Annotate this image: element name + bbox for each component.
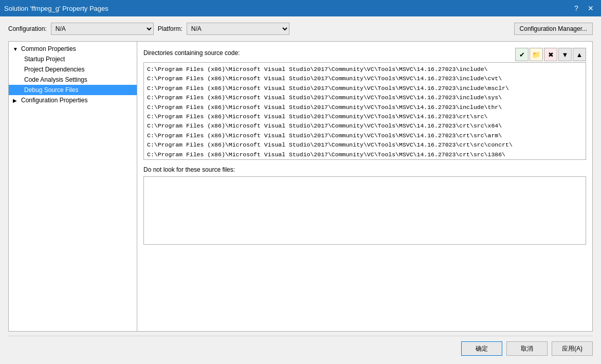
main-area: ▼ Common Properties Startup Project Proj… [8, 41, 593, 332]
tree-panel: ▼ Common Properties Startup Project Proj… [9, 42, 137, 331]
config-bar: Configuration: N/A Platform: N/A Configu… [8, 23, 593, 35]
indent-projdeps [13, 67, 23, 72]
source-dirs-toolbar-row: Directories containing source code: ✔ 📁 … [143, 48, 586, 61]
close-button[interactable]: ✕ [585, 2, 597, 14]
cancel-button[interactable]: 取消 [506, 341, 548, 356]
move-up-button[interactable]: ▲ [573, 48, 586, 61]
dialog-title: Solution 'ffmpeg_g' Property Pages [4, 5, 108, 12]
platform-label: Platform: [158, 25, 183, 32]
title-bar: Solution 'ffmpeg_g' Property Pages ? ✕ [0, 0, 601, 16]
delete-button[interactable]: ✖ [544, 48, 557, 61]
no-look-textarea-wrapper[interactable] [143, 176, 586, 245]
indent-debugsource [13, 87, 23, 93]
tree-label-configuration-properties: Configuration Properties [21, 97, 87, 104]
bottom-bar: 确定 取消 应用(A) [8, 336, 593, 358]
path-list: C:\Program Files (x86)\Microsoft Visual … [144, 63, 586, 160]
platform-select[interactable]: N/A [187, 23, 289, 35]
help-button[interactable]: ? [570, 2, 582, 14]
tree-item-debug-source-files[interactable]: Debug Source Files [9, 85, 137, 95]
tree-label-code-analysis-settings: Code Analysis Settings [24, 76, 87, 83]
content-panel: Directories containing source code: ✔ 📁 … [137, 42, 592, 331]
expand-icon-config-props: ▶ [13, 98, 20, 103]
tree-item-code-analysis[interactable]: Code Analysis Settings [9, 75, 137, 85]
tree-label-common-properties: Common Properties [21, 45, 76, 52]
check-button[interactable]: ✔ [515, 48, 529, 61]
indent-startup [13, 57, 23, 62]
apply-button[interactable]: 应用(A) [552, 341, 593, 356]
config-manager-button[interactable]: Configuration Manager... [514, 23, 593, 35]
tree-label-project-dependencies: Project Dependencies [24, 66, 84, 73]
folder-button[interactable]: 📁 [530, 48, 543, 61]
source-dirs-section: Directories containing source code: ✔ 📁 … [143, 48, 586, 166]
config-select[interactable]: N/A [51, 23, 154, 35]
tree-item-common-properties[interactable]: ▼ Common Properties [9, 44, 137, 54]
tree-item-project-dependencies[interactable]: Project Dependencies [9, 64, 137, 75]
tree-item-configuration-properties[interactable]: ▶ Configuration Properties [9, 95, 137, 105]
title-bar-controls: ? ✕ [570, 2, 597, 14]
indent-codeanalysis [13, 77, 23, 83]
no-look-section: Do not look for these source files: [143, 166, 586, 251]
dialog-body: Configuration: N/A Platform: N/A Configu… [0, 16, 601, 364]
move-down-button[interactable]: ▼ [558, 48, 572, 61]
dirs-label: Directories containing source code: [143, 49, 240, 57]
no-look-label: Do not look for these source files: [143, 166, 586, 173]
tree-label-startup-project: Startup Project [24, 56, 65, 63]
no-look-textarea[interactable] [144, 177, 586, 244]
ok-button[interactable]: 确定 [461, 341, 502, 356]
source-dirs-toolbar: ✔ 📁 ✖ ▼ ▲ [515, 48, 586, 61]
config-label: Configuration: [8, 25, 47, 32]
tree-label-debug-source-files: Debug Source Files [24, 86, 78, 94]
source-dirs-textarea-wrapper: C:\Program Files (x86)\Microsoft Visual … [143, 62, 586, 160]
expand-icon-common: ▼ [13, 46, 20, 52]
tree-item-startup-project[interactable]: Startup Project [9, 54, 137, 64]
